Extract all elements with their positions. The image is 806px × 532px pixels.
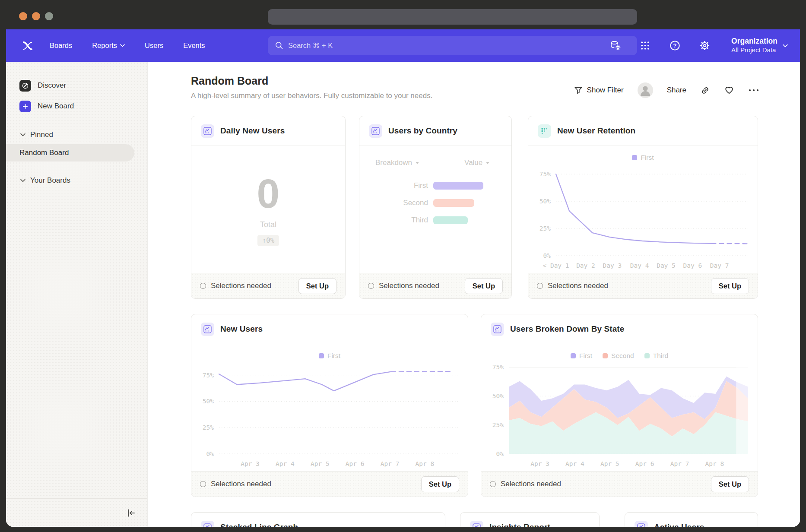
bar	[433, 216, 468, 224]
page-title: Random Board	[191, 75, 432, 87]
share-button[interactable]: Share	[667, 86, 686, 95]
favorite-heart-icon[interactable]	[724, 85, 734, 95]
sidebar-item-random-board[interactable]: Random Board	[6, 144, 134, 162]
bar-category-label: First	[359, 181, 428, 190]
svg-text:50%: 50%	[539, 198, 551, 205]
set-up-button[interactable]: Set Up	[465, 278, 503, 294]
status-circle-icon	[200, 481, 206, 487]
svg-text:Day 4: Day 4	[630, 262, 649, 269]
help-icon[interactable]: ?	[669, 40, 681, 51]
legend-item: First	[632, 154, 654, 162]
card-body: 0 Total ↑0%	[191, 146, 345, 273]
show-filter-label: Show Filter	[587, 86, 624, 95]
organization-name: Organization	[731, 37, 777, 46]
nav-link-boards[interactable]: Boards	[50, 41, 72, 50]
set-up-button[interactable]: Set Up	[298, 278, 336, 294]
sidebar-random-board-label: Random Board	[19, 149, 69, 157]
caret-down-icon	[416, 162, 419, 164]
card-active-users: Active Users	[625, 512, 758, 527]
svg-text:25%: 25%	[492, 421, 504, 428]
legend-swatch	[571, 353, 576, 358]
insights-chart-icon	[201, 521, 214, 527]
mixpanel-logo-icon[interactable]	[22, 40, 33, 51]
plus-icon	[19, 101, 31, 112]
insights-chart-icon	[635, 521, 648, 527]
retention-grid-icon	[538, 124, 551, 138]
insights-chart-icon	[201, 323, 214, 336]
card-new-user-retention: New User Retention First 75%50%25%0%< Da…	[528, 116, 758, 299]
sidebar-section-pinned[interactable]: Pinned	[6, 126, 147, 143]
avatar[interactable]	[638, 82, 653, 98]
card-stacked-line-graph: Stacked Line Graph	[191, 512, 445, 527]
sidebar-your-boards-label: Your Boards	[30, 176, 70, 185]
sidebar-section-your-boards[interactable]: Your Boards	[6, 172, 147, 189]
svg-text:75%: 75%	[539, 171, 551, 177]
board-grid: Daily New Users 0 Total ↑0% Selections n…	[191, 116, 758, 527]
users-broken-down-by-state-svg: 75%50%25%0%Apr 3Apr 4Apr 5Apr 6Apr 7Apr …	[481, 344, 758, 471]
card-footer: Selections needed Set Up	[481, 471, 758, 497]
insights-chart-icon	[201, 124, 214, 138]
status-circle-icon	[200, 283, 206, 289]
card-footer: Selections needed Set Up	[191, 471, 468, 497]
show-filter-button[interactable]: Show Filter	[574, 86, 624, 95]
card-title: New User Retention	[557, 126, 635, 136]
bar-row: Second	[359, 194, 511, 212]
nav-link-reports-label: Reports	[92, 41, 117, 50]
card-title: New Users	[220, 324, 263, 334]
sidebar-item-new-board[interactable]: New Board	[6, 97, 147, 116]
svg-text:Apr 5: Apr 5	[600, 460, 619, 467]
card-body: First 75%50%25%0%< Day 1Day 2Day 3Day 4D…	[528, 146, 758, 273]
user-icon	[638, 82, 653, 98]
svg-text:50%: 50%	[492, 393, 504, 399]
svg-text:Day 2: Day 2	[576, 262, 595, 269]
apps-grid-icon[interactable]	[639, 40, 651, 51]
sidebar-item-discover[interactable]: Discover	[6, 76, 147, 95]
chevron-down-icon	[20, 133, 25, 136]
traffic-lights	[19, 12, 53, 20]
chart-legend: FirstSecondThird	[481, 352, 758, 360]
window-zoom-button[interactable]	[45, 12, 53, 20]
insights-chart-icon	[470, 521, 483, 527]
bar	[433, 182, 483, 190]
address-bar[interactable]	[268, 9, 637, 25]
nav-link-reports[interactable]: Reports	[92, 41, 125, 50]
card-body: First 75%50%25%0%Apr 3Apr 4Apr 5Apr 6Apr…	[191, 344, 468, 471]
svg-text:50%: 50%	[203, 398, 214, 405]
organization-project: All Project Data	[731, 46, 776, 54]
organization-switcher[interactable]: Organization All Project Data	[731, 37, 788, 54]
svg-text:Apr 7: Apr 7	[381, 460, 400, 467]
card-header: Daily New Users	[191, 116, 345, 146]
compass-icon	[19, 80, 31, 92]
window-close-button[interactable]	[19, 12, 27, 20]
window-minimize-button[interactable]	[32, 12, 40, 20]
card-header: New User Retention	[528, 116, 758, 146]
bar-category-label: Second	[359, 199, 428, 207]
svg-text:Day 7: Day 7	[710, 262, 729, 269]
insights-chart-icon	[369, 124, 382, 138]
board-header: Random Board A high-level summary of use…	[191, 75, 432, 100]
legend-item: First	[319, 352, 340, 360]
card-footer: Selections needed Set Up	[528, 273, 758, 298]
sidebar-bottom-bar	[6, 498, 147, 527]
copy-link-icon[interactable]	[700, 86, 710, 95]
set-up-button[interactable]: Set Up	[711, 278, 749, 294]
status-text: Selections needed	[211, 282, 271, 290]
svg-text:0%: 0%	[543, 252, 551, 259]
nav-link-users[interactable]: Users	[145, 41, 163, 50]
value-dropdown[interactable]: Value	[464, 158, 489, 167]
svg-text:Apr 8: Apr 8	[416, 460, 435, 467]
settings-gear-icon[interactable]	[699, 40, 711, 51]
set-up-button[interactable]: Set Up	[421, 476, 459, 492]
share-label: Share	[667, 86, 686, 95]
more-options-icon[interactable]	[748, 89, 759, 92]
sidebar-collapse-icon[interactable]	[125, 507, 138, 519]
legend-swatch	[319, 353, 324, 358]
nav-link-events[interactable]: Events	[183, 41, 205, 50]
legend-swatch	[632, 155, 637, 160]
card-users-by-country: Users by Country Breakdown Value	[359, 116, 512, 299]
card-header: New Users	[191, 314, 468, 344]
legend-item: Third	[644, 352, 668, 360]
set-up-button[interactable]: Set Up	[711, 476, 749, 492]
breakdown-dropdown[interactable]: Breakdown	[375, 158, 419, 167]
search-input[interactable]: Search ⌘ + K	[268, 36, 637, 55]
